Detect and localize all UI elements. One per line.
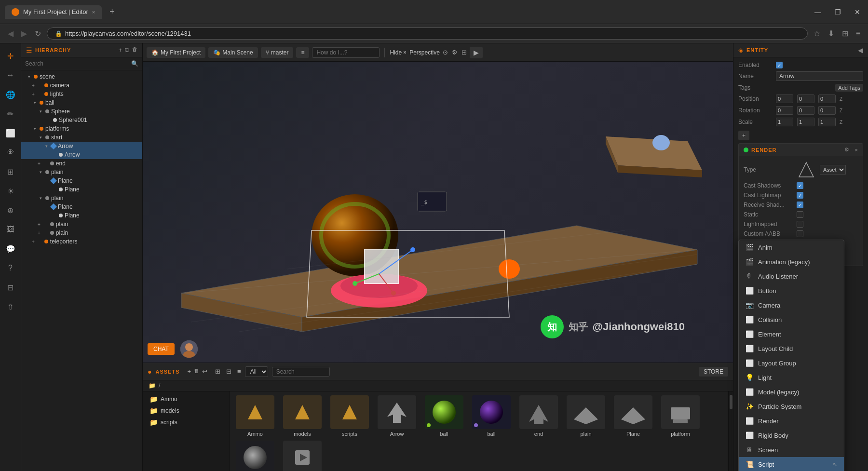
perspective-button[interactable]: Perspective [409,49,440,56]
plain3-add-icon[interactable]: + [38,222,41,227]
sidebar-icon-share[interactable]: ⇧ [2,298,19,315]
rotation-y-input[interactable] [797,106,814,115]
project-button[interactable]: 🏠 My First Project [147,47,205,58]
tree-item-lights[interactable]: + ▾ lights [21,90,142,98]
dropdown-item-animation[interactable]: 🎬 Animation (legacy) [739,255,844,269]
asset-filter-select[interactable]: All [245,366,268,377]
position-x-input[interactable] [776,94,793,103]
cast-shadows-checkbox[interactable]: ✓ [797,182,803,189]
dropdown-item-collision[interactable]: ⬜ Collision [739,312,844,327]
assets-delete-button[interactable]: 🗑 [194,368,199,375]
asset-item-platform[interactable]: platform [659,395,702,437]
asset-item-end[interactable]: end [517,395,560,437]
sidebar-icon-move[interactable]: ↔ [2,67,19,84]
add-tags-button[interactable]: Add Tags [835,84,863,92]
bookmark-button[interactable]: ☆ [812,27,822,40]
maximize-button[interactable]: ❐ [832,7,844,17]
tree-item-plain4[interactable]: + ▾ plain [21,229,142,237]
component-dropdown[interactable]: 🎬 Anim 🎬 Animation (legacy) 🎙 Audio List… [738,240,844,471]
hierarchy-copy-button[interactable]: ⧉ [125,46,129,54]
scale-x-input[interactable] [776,118,793,126]
sidebar-icon-cursor[interactable]: ✛ [2,47,19,65]
receive-shadows-checkbox[interactable]: ✓ [797,202,803,208]
back-button[interactable]: ◀ [6,27,15,40]
custom-aabb-checkbox[interactable] [797,230,803,237]
tree-item-scene[interactable]: ▾ scene [21,72,142,81]
tree-item-arrow-child[interactable]: ▾ Arrow [21,150,142,159]
assets-list-view-button[interactable]: ≡ [237,368,241,375]
dropdown-item-audio[interactable]: 🎙 Audio Listener [739,269,844,283]
camera-add-icon[interactable]: + [32,83,35,88]
tree-item-end[interactable]: + ▾ end [21,159,142,168]
asset-item-scripts[interactable]: scripts [328,395,371,437]
dropdown-item-model[interactable]: ⬜ Model (legacy) [739,385,844,399]
sidebar-icon-table[interactable]: ⊟ [2,279,19,296]
hierarchy-add-button[interactable]: + [118,46,122,54]
tree-item-teleporters[interactable]: + ▾ teleporters [21,237,142,246]
dropdown-item-layout-child[interactable]: ⬜ Layout Child [739,341,844,356]
tree-item-platforms[interactable]: ▾ platforms [21,124,142,133]
tree-item-start[interactable]: ▾ start [21,133,142,142]
dropdown-item-rigid-body[interactable]: ⬜ Rigid Body [739,428,844,443]
lights-add-icon[interactable]: + [32,92,35,97]
sidebar-icon-chat[interactable]: 💬 [2,240,19,257]
assets-grid-view-button[interactable]: ⊞ [215,368,220,375]
extend-button[interactable]: ⊞ [840,27,850,40]
asset-item-ball-green[interactable]: ball [422,395,466,437]
tree-item-sphere001[interactable]: ▾ Sphere001 [21,116,142,124]
sidebar-icon-sun[interactable]: ☀ [2,182,19,200]
dropdown-item-camera[interactable]: 📷 Camera [739,298,844,312]
forward-button[interactable]: ▶ [19,27,29,40]
static-checkbox[interactable] [797,211,803,218]
tree-item-ball[interactable]: ▾ ball [21,98,142,107]
render-delete-icon[interactable]: × [855,147,858,153]
asset-item-sphere[interactable]: Sphere [233,441,277,471]
dropdown-item-render[interactable]: ⬜ Render [739,414,844,428]
close-window-button[interactable]: ✕ [852,7,863,17]
store-button[interactable]: STORE [699,367,728,377]
scale-y-input[interactable] [797,118,814,126]
name-input[interactable] [776,71,863,81]
dropdown-item-anim[interactable]: 🎬 Anim [739,240,844,255]
browser-tab[interactable]: My First Project | Editor × [5,5,102,19]
enabled-checkbox[interactable]: ✓ [776,62,783,68]
rotation-z-input[interactable] [818,106,836,115]
asset-item-plain[interactable]: plain [564,395,608,437]
dropdown-item-button[interactable]: ⬜ Button [739,283,844,298]
lightmapped-checkbox[interactable] [797,221,803,228]
sidebar-icon-help[interactable]: ? [2,259,19,277]
assets-add-button[interactable]: + [187,368,191,375]
assets-scrollbar-thumb[interactable] [730,395,732,409]
end-add-icon[interactable]: + [38,161,41,166]
assets-tile-view-button[interactable]: ⊟ [226,368,231,375]
download-button[interactable]: ⬇ [826,27,836,40]
cast-lightmap-checkbox[interactable]: ✓ [797,192,803,199]
asset-item-plane[interactable]: Plane [611,395,655,437]
render-header[interactable]: RENDER ⚙ × [739,144,863,156]
hierarchy-search-input[interactable] [25,60,128,67]
asset-search-input[interactable] [272,367,330,377]
dropdown-item-particle[interactable]: ✨ Particle System [739,399,844,414]
tree-item-plane1[interactable]: ▾ Plane [21,176,142,185]
tree-item-plain3[interactable]: + ▾ plain [21,220,142,229]
tree-item-plane1-child[interactable]: ▾ Plane [21,185,142,194]
tree-item-plain1[interactable]: ▾ plain [21,168,142,176]
hierarchy-delete-button[interactable]: 🗑 [132,46,137,54]
address-bar[interactable]: 🔒 https://playcanvas.com/editor/scene/12… [47,27,808,40]
render-settings-icon[interactable]: ⚙ [844,147,849,153]
tree-item-plane2-child[interactable]: ▾ Plane [21,211,142,220]
sidebar-icon-network[interactable]: ⊛ [2,202,19,219]
branch-button[interactable]: ⑂ master [261,47,294,58]
hide-button[interactable]: Hide × [390,49,407,56]
rotation-x-input[interactable] [776,106,793,115]
play-button[interactable]: ▶ [470,47,483,58]
render-type-select[interactable]: Asset [820,165,846,175]
list-button[interactable]: ≡ [296,47,309,58]
dropdown-item-script[interactable]: 📜 Script ↖ [739,457,844,471]
assets-scrollbar[interactable] [728,391,733,471]
sidebar-icon-layers[interactable]: ⊞ [2,163,19,180]
assets-redo-button[interactable]: ↩ [202,368,207,375]
tree-item-sphere[interactable]: ▾ Sphere [21,107,142,116]
view-icon[interactable]: ⊙ [443,49,448,56]
sidebar-icon-globe[interactable]: 🌐 [2,86,19,103]
